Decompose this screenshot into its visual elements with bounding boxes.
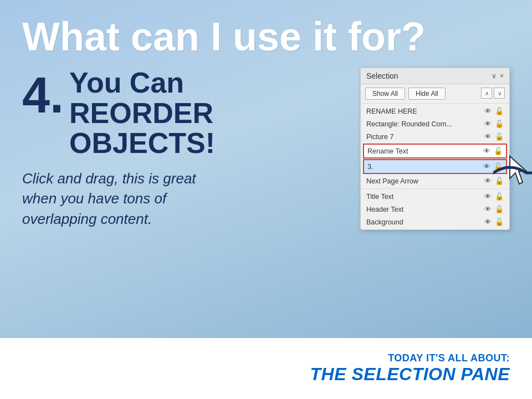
lock-icon: 🔓	[495, 132, 504, 141]
item-name: 3.	[367, 163, 483, 171]
step-title: You Can REORDER OBJECTS!	[69, 68, 215, 158]
visibility-icon: 👁	[484, 132, 492, 141]
panel-divider	[361, 188, 509, 189]
panel-items-list: RENAME HERE 👁 🔓 Rectangle: Rounded Corn.…	[361, 104, 509, 229]
panel-close-btn[interactable]: ×	[500, 72, 504, 80]
item-name: Rectangle: Rounded Corn...	[366, 120, 484, 128]
visibility-icon: 👁	[484, 192, 492, 201]
list-item[interactable]: Background 👁 🔓	[361, 216, 509, 228]
list-item-rename-text[interactable]: Rename Text 👁 🔓	[363, 144, 507, 158]
content-area: 4. You Can REORDER OBJECTS! Click and dr…	[22, 68, 510, 230]
panel-title: Selection	[366, 71, 398, 80]
footer-top-text: TODAY IT'S ALL ABOUT:	[310, 352, 510, 364]
selection-panel: Selection ∨ × Show All Hide All ∧ ∨	[360, 68, 510, 230]
lock-icon: 🔓	[494, 147, 503, 155]
page-title: What can I use it for?	[22, 17, 510, 57]
step-description: Click and drag, this is great when you h…	[22, 168, 211, 229]
visibility-icon: 👁	[483, 162, 490, 171]
item-icons: 👁 🔓	[483, 147, 503, 155]
item-name: Rename Text	[367, 147, 483, 155]
item-name: RENAME HERE	[366, 108, 484, 115]
step-text-block: You Can REORDER OBJECTS!	[69, 68, 215, 164]
visibility-icon: 👁	[484, 120, 492, 128]
show-all-button[interactable]: Show All	[365, 88, 405, 100]
item-name: Picture 7	[366, 133, 484, 141]
item-name: Next Page Arrow	[366, 177, 484, 185]
list-item[interactable]: Header Text 👁 🔓	[361, 203, 509, 216]
lock-icon: 🔓	[495, 218, 504, 226]
visibility-icon: 👁	[484, 107, 492, 115]
hide-all-button[interactable]: Hide All	[408, 88, 446, 100]
list-item[interactable]: Rectangle: Rounded Corn... 👁 🔓	[361, 117, 509, 130]
panel-arrows: ∧ ∨	[481, 88, 505, 100]
visibility-icon: 👁	[484, 205, 492, 213]
lock-icon: 🔓	[495, 107, 504, 115]
item-name: Title Text	[366, 193, 484, 201]
lock-icon: 🔓	[495, 120, 504, 128]
item-name: Background	[366, 218, 484, 226]
panel-controls: ∨ ×	[492, 72, 504, 80]
move-down-button[interactable]: ∨	[494, 88, 505, 99]
main-container: What can I use it for? 4. You Can REORDE…	[0, 0, 532, 399]
panel-chevron-btn[interactable]: ∨	[492, 72, 497, 80]
step-header-row: 4. You Can REORDER OBJECTS!	[22, 68, 338, 164]
step-title-line2: REORDER	[69, 97, 213, 129]
visibility-icon: 👁	[484, 177, 492, 185]
list-item[interactable]: Next Page Arrow 👁 🔓	[361, 175, 509, 187]
move-up-button[interactable]: ∧	[481, 88, 492, 99]
footer-main-text: THE SELECTION PANE	[310, 364, 510, 385]
list-item[interactable]: RENAME HERE 👁 🔓	[361, 105, 509, 117]
visibility-icon: 👁	[484, 218, 492, 226]
bottom-section: TODAY IT'S ALL ABOUT: THE SELECTION PANE	[0, 338, 532, 399]
item-icons: 👁 🔓	[484, 120, 504, 128]
step-number: 4.	[22, 70, 64, 120]
list-item[interactable]: Title Text 👁 🔓	[361, 190, 509, 203]
arrow-decoration	[493, 156, 532, 197]
left-content: 4. You Can REORDER OBJECTS! Click and dr…	[22, 68, 338, 229]
footer-label: TODAY IT'S ALL ABOUT: THE SELECTION PANE	[310, 352, 510, 385]
step-title-line1: You Can	[69, 66, 184, 99]
step-title-line3: OBJECTS!	[69, 127, 215, 159]
item-icons: 👁 🔓	[484, 218, 504, 226]
list-item-3[interactable]: 3. 👁 🔓	[363, 159, 507, 174]
item-icons: 👁 🔓	[484, 132, 504, 141]
item-icons: 👁 🔓	[484, 205, 504, 213]
list-item[interactable]: Picture 7 👁 🔓	[361, 130, 509, 143]
item-name: Header Text	[366, 206, 484, 213]
right-content: Selection ∨ × Show All Hide All ∧ ∨	[360, 68, 510, 230]
lock-icon: 🔓	[495, 205, 504, 213]
visibility-icon: 👁	[483, 147, 490, 155]
panel-buttons-bar: Show All Hide All ∧ ∨	[361, 84, 509, 104]
item-icons: 👁 🔓	[484, 107, 504, 115]
panel-title-bar: Selection ∨ ×	[361, 68, 509, 84]
top-section: What can I use it for? 4. You Can REORDE…	[0, 0, 532, 338]
